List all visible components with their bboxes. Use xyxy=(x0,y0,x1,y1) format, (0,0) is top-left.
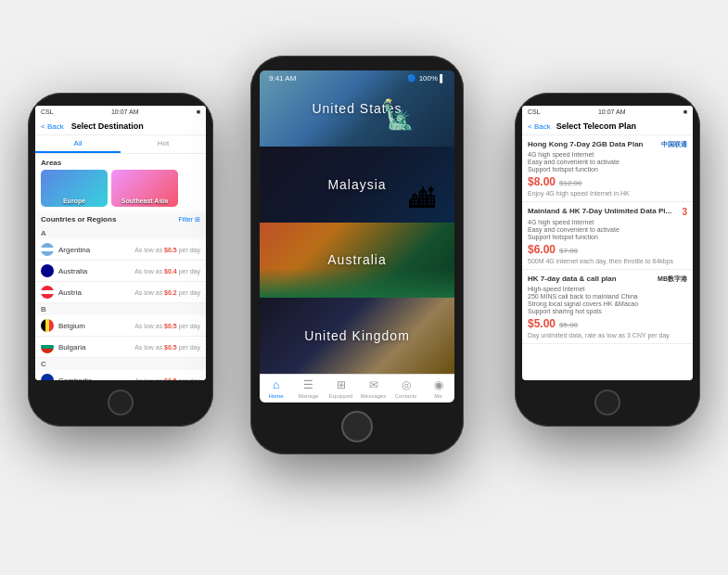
messages-icon: ✉ xyxy=(369,378,378,391)
filter-button[interactable]: Filter ⊞ xyxy=(179,216,201,224)
nav-contacts-label: Contacts xyxy=(395,393,417,399)
plan-2-feature-1: 4G high speed Internet xyxy=(528,219,687,225)
left-back-button[interactable]: < Back xyxy=(41,122,64,131)
plan-2-name: Mainland & HK 7-Day Unlimited Data Pl... xyxy=(528,207,671,215)
country-name-australia: Australia xyxy=(58,267,130,275)
price-austria: As low as $0.2 per day xyxy=(134,289,200,296)
equipped-icon: ⊞ xyxy=(337,378,346,391)
plan-3-name: HK 7-day data & call plan xyxy=(528,275,617,283)
plan-card-3[interactable]: HK 7-day data & call plan MB数字港 High-spe… xyxy=(522,270,693,344)
nav-messages[interactable]: ✉ Messages xyxy=(357,378,390,399)
plan-1-name: Hong Kong 7-Day 2GB Data Plan xyxy=(528,140,643,148)
nav-equipped[interactable]: ⊞ Equipped xyxy=(325,378,357,399)
dest-label-us: United States xyxy=(312,101,402,116)
countries-header: Countries or Regions Filter ⊞ xyxy=(35,211,206,227)
left-time: 10:07 AM xyxy=(111,109,139,115)
flag-austria xyxy=(41,286,54,299)
left-nav-bar: < Back Select Destination xyxy=(35,118,206,135)
destination-list: United States Malaysia Australia xyxy=(260,70,454,374)
dest-card-uk[interactable]: United Kingdom xyxy=(260,298,454,374)
nav-messages-label: Messages xyxy=(361,393,386,399)
nav-contacts[interactable]: ◎ Contacts xyxy=(390,378,422,399)
country-row-australia[interactable]: Australia As low as $0.4 per day xyxy=(35,261,206,282)
dest-card-malaysia[interactable]: Malaysia xyxy=(260,147,454,223)
plan-3-feature-3: Strong local signal covers HK &Macao xyxy=(528,300,687,307)
au-overlay: Australia xyxy=(260,223,454,299)
plan-3-carrier: MB数字港 xyxy=(658,275,687,284)
nav-manage[interactable]: ☰ Manage xyxy=(292,378,325,399)
left-carrier: CSL xyxy=(41,109,54,115)
country-row-argentina[interactable]: Argentina As low as $0.5 per day xyxy=(35,239,206,261)
plan-3-feature-2: 250 MINS call back to mainland China xyxy=(528,293,687,300)
price-australia: As low as $0.4 per day xyxy=(134,268,200,275)
nav-me[interactable]: ◉ Me xyxy=(422,378,454,399)
center-bottom-nav: ⌂ Home ☰ Manage ⊞ Equipped ✉ Messages xyxy=(260,374,454,402)
center-screen: 9:41 AM 🔵 100% ▌ United States Malaysia xyxy=(260,70,454,402)
area-card-europe[interactable]: Europe xyxy=(41,170,108,207)
right-screen-title: Select Telecom Plan xyxy=(556,121,636,131)
uk-overlay: United Kingdom xyxy=(260,298,454,374)
alpha-c: C xyxy=(35,358,206,370)
plan-1-old-price: $12.00 xyxy=(559,179,581,187)
left-battery: ■ xyxy=(197,109,200,115)
plan-2-feature-3: Support hotspot function xyxy=(528,234,687,240)
plan-3-old-price: $5.00 xyxy=(559,321,578,329)
plan-3-feature-4: Support sharing hot spots xyxy=(528,308,687,314)
area-card-sea[interactable]: Southeast Asia xyxy=(111,170,178,207)
right-battery: ■ xyxy=(683,109,687,115)
phones-container: CSL 10:07 AM ■ < Back Select Destination… xyxy=(0,0,728,575)
right-back-button[interactable]: < Back xyxy=(528,122,551,131)
dest-label-australia: Australia xyxy=(327,252,386,267)
plan-card-1[interactable]: Hong Kong 7-Day 2GB Data Plan 中国联通 4G hi… xyxy=(522,135,693,202)
home-icon: ⌂ xyxy=(273,378,279,391)
price-bulgaria: As low as $0.5 per day xyxy=(134,344,200,351)
dest-card-australia[interactable]: Australia xyxy=(260,223,454,299)
country-row-belgium[interactable]: Belgium As low as $0.5 per day xyxy=(35,315,206,337)
right-nav-bar: < Back Select Telecom Plan xyxy=(522,118,693,135)
country-row-austria[interactable]: Austria As low as $0.2 per day xyxy=(35,282,206,303)
nav-me-label: Me xyxy=(434,393,441,399)
price-belgium: As low as $0.5 per day xyxy=(134,323,200,329)
area-europe-label: Europe xyxy=(41,198,108,204)
flag-cambodia xyxy=(41,374,54,380)
country-row-bulgaria[interactable]: Bulgaria As low as $0.5 per day xyxy=(35,337,206,358)
country-name-argentina: Argentina xyxy=(58,246,130,254)
right-carrier: CSL xyxy=(528,109,541,115)
flag-australia xyxy=(41,264,54,277)
flag-belgium xyxy=(41,319,54,332)
plan-3-feature-1: High-speed Internet xyxy=(528,286,687,292)
left-tabs: All Hot xyxy=(35,135,206,154)
plan-2-desc: 500M 4G internet each day, then throttle… xyxy=(528,258,687,264)
country-row-cambodia[interactable]: Cambodia As low as $0.5 per day xyxy=(35,370,206,380)
areas-section-title: Areas xyxy=(35,154,206,170)
nav-home[interactable]: ⌂ Home xyxy=(260,378,292,399)
areas-list: Europe Southeast Asia xyxy=(35,170,206,211)
left-screen-title: Select Destination xyxy=(71,121,144,131)
country-name-bulgaria: Bulgaria xyxy=(58,343,130,351)
alpha-a: A xyxy=(35,227,206,239)
tab-all[interactable]: All xyxy=(35,135,121,153)
dest-label-malaysia: Malaysia xyxy=(327,177,386,192)
country-name-austria: Austria xyxy=(58,288,130,297)
plan-3-price: $5.00 xyxy=(528,317,556,330)
countries-list: A Argentina As low as $0.5 per day Austr… xyxy=(35,227,206,380)
plan-3-desc: Day unlimited data, rate as low as 3 CNY… xyxy=(528,332,687,339)
plan-1-desc: Enjoy 4G high speed Internet in HK xyxy=(528,190,687,197)
plan-1-feature-3: Support hotspot function xyxy=(528,166,687,172)
tab-hot[interactable]: Hot xyxy=(121,135,206,153)
right-home-button[interactable] xyxy=(594,390,620,415)
left-status-bar: CSL 10:07 AM ■ xyxy=(35,106,206,118)
country-name-cambodia: Cambodia xyxy=(58,377,130,381)
left-home-button[interactable] xyxy=(108,390,134,415)
center-home-button[interactable] xyxy=(341,411,373,442)
dest-label-uk: United Kingdom xyxy=(304,328,410,343)
right-screen: CSL 10:07 AM ■ < Back Select Telecom Pla… xyxy=(522,106,693,380)
left-screen: CSL 10:07 AM ■ < Back Select Destination… xyxy=(35,106,206,380)
plan-2-old-price: $7.00 xyxy=(559,247,578,255)
contacts-icon: ◎ xyxy=(402,378,411,391)
right-time: 10:07 AM xyxy=(598,109,626,115)
plan-card-2[interactable]: Mainland & HK 7-Day Unlimited Data Pl...… xyxy=(522,202,693,270)
plan-2-feature-2: Easy and convenient to activate xyxy=(528,226,687,233)
phone-left: CSL 10:07 AM ■ < Back Select Destination… xyxy=(28,93,213,427)
manage-icon: ☰ xyxy=(303,378,313,391)
